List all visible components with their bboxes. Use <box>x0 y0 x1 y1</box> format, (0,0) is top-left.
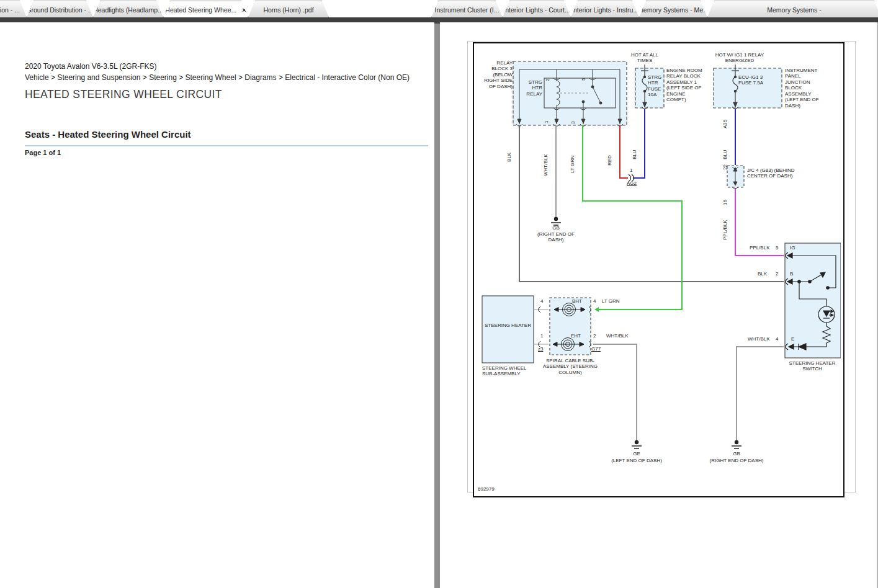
spiral-cable-label: SPIRAL CABLE SUB-ASSEMBLY (STEERING COLU… <box>540 358 600 375</box>
relay-block-label: RELAY BLOCK 3 (BELOW RIGHT SIDE OF DASH) <box>483 60 513 89</box>
fuse2-label: ECU-IG1 3 FUSE 7.5A <box>738 74 766 86</box>
tab-label: Interior Lights - Instru... <box>571 6 638 14</box>
wire-wht-blk-switch <box>737 347 784 440</box>
conn-z3-label[interactable]: z3 <box>538 346 543 352</box>
sw-pin5-label: 5 <box>776 245 778 251</box>
sw-ppl-blk-label: PPL/BLK <box>750 245 769 251</box>
tab-interior-lights-instrument[interactable]: Interior Lights - Instru... <box>571 1 639 17</box>
eht-label: EHT <box>571 333 581 339</box>
spiral-pin-l4: 4 <box>540 298 543 304</box>
tab-label: Horns (Horn) .pdf <box>263 6 313 14</box>
tab-memory-systems-2[interactable]: Memory Systems - <box>707 1 878 17</box>
ground-gb2-label: GB <box>718 451 755 457</box>
tab-ground-distribution[interactable]: Ground Distribution - ... <box>27 1 93 17</box>
wire-blu1-label: BLU <box>632 149 637 159</box>
document-title: Seats - Heated Steering Wheel Circuit <box>25 129 428 146</box>
engine-room-label: ENGINE ROOM RELAY BLOCK ASSEMBLY 1 (LEFT… <box>666 68 705 103</box>
app-window: ution - ... Ground Distribution - ... He… <box>0 0 878 588</box>
sw-wht-blk-label: WHT/BLK <box>748 336 770 342</box>
tab-bar-gap <box>329 1 431 17</box>
diagram-page: RELAY BLOCK 3 (BELOW RIGHT SIDE OF DASH)… <box>473 42 844 497</box>
spiral-pin-l1: 1 <box>540 333 543 339</box>
spiral-cable-box[interactable] <box>550 298 591 355</box>
tab-label: Memory Systems - Me... <box>638 6 709 14</box>
relay-pin-5: 5 <box>581 78 586 81</box>
wire-blk <box>519 125 784 282</box>
conn-16-label: 16 <box>722 200 728 205</box>
wiring-diagram-svg <box>474 43 841 494</box>
pane-divider[interactable] <box>434 22 440 588</box>
tab-label: Instrument Cluster (I... <box>435 6 499 14</box>
tab-horns[interactable]: Horns (Horn) .pdf <box>248 1 329 17</box>
tab-label: Headlights (Headlamp... <box>93 6 163 14</box>
relay-pin-3: 3 <box>570 122 576 124</box>
sw-pin4-label: 4 <box>776 336 778 342</box>
wire-blu-1 <box>633 109 645 178</box>
tab-instrument-cluster[interactable]: Instrument Cluster (I... <box>431 1 503 17</box>
circuit-section-title: HEATED STEERING WHEEL CIRCUIT <box>25 88 222 101</box>
spiral-pin-r4: 4 <box>593 298 596 304</box>
diagram-number: 692979 <box>478 486 495 492</box>
vehicle-title: 2020 Toyota Avalon V6-3.5L (2GR-FKS) <box>25 62 157 71</box>
relay-pin-1: 1 <box>544 121 549 123</box>
steering-heater-box[interactable] <box>482 296 534 363</box>
conn-22-label: 22 <box>722 164 728 170</box>
toolbar-strip <box>0 17 878 22</box>
tab-heated-steering-wheel[interactable]: Heated Steering Whee...× <box>163 1 248 17</box>
tab-label: ution - ... <box>0 6 20 14</box>
sw-e-label: E <box>791 336 794 342</box>
wire-wht-blk-label: WHT/BLK <box>543 154 549 176</box>
wire-red <box>620 125 628 178</box>
conn-a35-label: A35 <box>722 120 728 128</box>
spiral-pin-r2: 2 <box>593 333 596 339</box>
hot-at-all-times-label: HOT AT ALL TIMES <box>626 52 663 64</box>
bht-label: BHT <box>572 298 582 304</box>
wires <box>519 109 784 440</box>
sw-b-label: B <box>790 271 793 277</box>
lt-grn-arrowhead <box>594 307 599 312</box>
tab-bar: ution - ... Ground Distribution - ... He… <box>0 0 878 17</box>
ag2-label[interactable]: AG2 <box>627 180 637 186</box>
tab-label: Ground Distribution - ... <box>26 6 94 14</box>
wire-wht-blk-h-label: WHT/BLK <box>606 333 629 339</box>
ag2-pin-label: 1 <box>630 167 632 173</box>
breadcrumb[interactable]: Vehicle > Steering and Suspension > Stee… <box>25 73 410 82</box>
tab-label: Interior Lights - Court... <box>503 6 570 14</box>
ground-gb1-label: GB <box>537 225 575 231</box>
wire-ppl-blk-label: PPL/BLK <box>722 220 728 240</box>
ground-gb1-loc: (RIGHT END OF DASH) <box>537 231 575 243</box>
hot-w-ig1-label: HOT W/ IG1 1 RELAY ENERGIZED <box>712 52 767 64</box>
sw-ig-label: IG <box>790 245 795 251</box>
relay-pin-2: 2 <box>545 79 550 81</box>
ground-ge-label: GE <box>618 451 655 457</box>
sw-blk-label: BLK <box>758 271 767 277</box>
tab-power-distribution[interactable]: ution - ... <box>0 1 27 17</box>
wire-lt-grn-h-label: LT GRN <box>602 298 620 304</box>
wire-lt-grn-label: LT GRN <box>570 155 575 173</box>
wire-blu2-label: BLU <box>722 149 728 159</box>
switch-label: STEERING HEATER SWITCH <box>783 360 841 372</box>
fuse1-label: STRG HTR FUSE 10A <box>648 74 665 98</box>
document-info-pane: 2020 Toyota Avalon V6-3.5L (2GR-FKS) Veh… <box>0 22 434 588</box>
tab-memory-systems-1[interactable]: Memory Systems - Me... <box>639 1 707 17</box>
ground-gb2-loc: (RIGHT END OF DASH) <box>706 458 768 463</box>
page-indicator: Page 1 of 1 <box>25 149 61 156</box>
conn-g77-label[interactable]: G77 <box>591 346 601 352</box>
diagram-pane: RELAY BLOCK 3 (BELOW RIGHT SIDE OF DASH)… <box>440 22 878 588</box>
tab-interior-lights-courtesy[interactable]: Interior Lights - Court... <box>503 1 571 17</box>
steering-wheel-sub-label: STEERING WHEEL SUB-ASSEMBLY <box>482 365 539 377</box>
jc4-label: J/C 4 (G83) (BEHIND CENTER OF DASH) <box>747 167 797 179</box>
tab-label: Heated Steering Whee... <box>165 6 236 14</box>
relay-name-label: STRG HTR RELAY <box>522 79 542 97</box>
wire-red-label: RED <box>607 155 612 166</box>
sw-pin2-label: 2 <box>776 271 778 277</box>
wire-blk-label: BLK <box>506 153 512 162</box>
diagram-panel: RELAY BLOCK 3 (BELOW RIGHT SIDE OF DASH)… <box>467 41 856 492</box>
instrument-panel-label: INSTRUMENT PANEL JUNCTION BLOCK ASSEMBLY… <box>785 68 825 109</box>
tab-label: Memory Systems - <box>767 6 822 14</box>
tab-close-icon[interactable]: × <box>242 6 246 14</box>
ground-ge-loc: (LEFT END OF DASH) <box>606 458 668 463</box>
tab-headlights[interactable]: Headlights (Headlamp... <box>93 1 163 17</box>
steering-heater-label: STEERING HEATER <box>483 323 532 328</box>
